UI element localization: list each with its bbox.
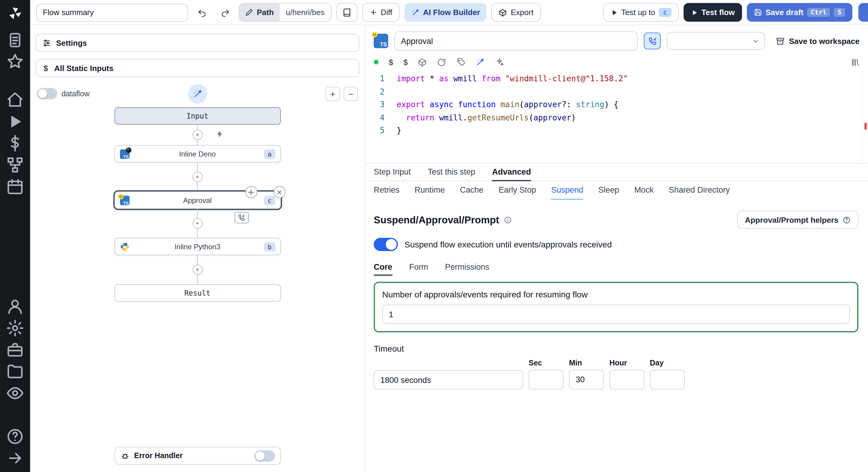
package-button[interactable] [418, 58, 427, 67]
tab-core[interactable]: Core [374, 259, 393, 276]
user-icon[interactable] [5, 297, 25, 315]
flow-summary-input[interactable] [36, 3, 188, 21]
ruler-tick [864, 123, 867, 129]
ai-flow-builder-button[interactable]: AI Flow Builder [404, 3, 487, 22]
timeout-hour-input[interactable] [610, 370, 644, 390]
diff-button[interactable]: Diff [362, 3, 400, 22]
approval-prompt-helpers-button[interactable]: Approval/Prompt helpers [737, 211, 858, 229]
left-nav-rail [0, 0, 30, 472]
node-inline-deno[interactable]: Inline Deno a [114, 145, 281, 163]
typescript-icon [120, 149, 129, 159]
clipboard-icon[interactable] [5, 31, 25, 49]
approvals-required-label: Number of approvals/events required for … [382, 290, 850, 299]
calendar-icon[interactable] [5, 178, 25, 196]
tag-button[interactable] [457, 58, 466, 67]
flow-settings-button[interactable]: Settings [36, 34, 359, 52]
tab-form[interactable]: Form [409, 259, 428, 276]
add-step-button[interactable]: + [192, 172, 203, 182]
sliders-icon [42, 38, 51, 47]
eye-icon[interactable] [5, 384, 25, 402]
timeout-sec-input[interactable] [529, 370, 564, 390]
reset-button[interactable] [437, 58, 446, 67]
node-input[interactable]: Input [114, 107, 281, 125]
star-icon[interactable] [5, 53, 25, 70]
test-up-to-label: Test up to [621, 8, 655, 17]
lightning-icon[interactable] [216, 130, 224, 140]
wand-icon [193, 89, 202, 99]
error-handler-toggle[interactable] [254, 450, 275, 462]
node-inline-python3[interactable]: Inline Python3 b [114, 238, 281, 255]
timeout-day-input[interactable] [650, 370, 685, 390]
suspend-indicator-button[interactable] [644, 33, 661, 49]
workspace-script-select[interactable] [667, 32, 765, 50]
error-handler-row[interactable]: Error Handler [114, 447, 281, 465]
help-icon[interactable] [5, 428, 25, 445]
windmill-logo-icon[interactable] [8, 6, 22, 22]
zoom-out-button[interactable]: − [344, 87, 358, 101]
tab-step-input[interactable]: Step Input [374, 164, 411, 180]
docs-button[interactable] [336, 3, 357, 22]
minimap-icon[interactable] [850, 58, 860, 67]
tab-suspend[interactable]: Suspend [551, 181, 584, 200]
timeout-seconds-input[interactable] [374, 370, 523, 390]
error-handler-label: Error Handler [134, 451, 249, 460]
step-name-input[interactable] [394, 31, 638, 50]
move-step-button[interactable] [245, 186, 257, 198]
emoji-badge-icon [117, 193, 124, 200]
dataflow-toggle[interactable] [37, 88, 57, 99]
test-flow-button[interactable]: Test flow [683, 3, 742, 22]
flow-node-column: Input + Inline Deno a [36, 107, 359, 302]
timeout-col-label: Hour [610, 359, 644, 367]
tab-runtime[interactable]: Runtime [415, 181, 445, 200]
add-step-button[interactable]: + [192, 130, 203, 140]
suspend-toggle[interactable] [374, 238, 398, 251]
save-to-workspace-button[interactable]: Save to workspace [776, 36, 860, 45]
code-editor[interactable]: 12345 import * as wmill from "windmill-c… [365, 70, 868, 164]
dataflow-toggle-row[interactable]: dataflow [37, 88, 90, 99]
gear-icon[interactable] [5, 319, 25, 337]
add-step-button[interactable]: + [192, 218, 203, 229]
test-up-to-button[interactable]: Test up to c [603, 3, 678, 22]
tab-cache[interactable]: Cache [460, 181, 484, 200]
home-icon[interactable] [5, 91, 25, 109]
tab-advanced[interactable]: Advanced [492, 164, 531, 181]
static-inputs-button[interactable]: $ All Static Inputs [36, 59, 359, 77]
archive-box-icon [776, 36, 785, 45]
dollar-icon[interactable] [5, 134, 25, 152]
export-button[interactable]: Export [492, 3, 541, 22]
tab-early-stop[interactable]: Early Stop [498, 181, 536, 200]
tab-test-this-step[interactable]: Test this step [428, 164, 475, 180]
node-result[interactable]: Result [114, 284, 281, 302]
tab-sleep[interactable]: Sleep [598, 181, 619, 200]
flow-icon[interactable] [5, 156, 25, 174]
sparkles-button[interactable] [495, 58, 504, 67]
toolbox-icon[interactable] [5, 341, 25, 359]
save-draft-button[interactable]: Save draft Ctrl S [747, 3, 852, 22]
tab-retries[interactable]: Retries [374, 181, 400, 200]
info-icon[interactable] [504, 216, 512, 224]
approvals-required-input[interactable] [382, 305, 850, 324]
redo-button[interactable] [216, 4, 234, 21]
tab-permissions[interactable]: Permissions [445, 259, 490, 276]
flow-settings-label: Settings [56, 38, 87, 47]
test-up-to-step-badge: c [659, 8, 671, 17]
resources-button[interactable]: $ [403, 58, 407, 67]
folder-icon[interactable] [5, 363, 25, 380]
zoom-in-button[interactable]: + [326, 87, 340, 101]
path-button[interactable]: Path [239, 4, 280, 21]
add-step-button[interactable]: + [192, 265, 203, 275]
path-control[interactable]: Path u/henri/bes [239, 3, 331, 22]
timeout-min-input[interactable] [569, 370, 604, 390]
ai-assist-button[interactable] [476, 58, 485, 67]
delete-step-button[interactable] [273, 186, 285, 198]
undo-button[interactable] [193, 4, 211, 21]
ai-wand-button[interactable] [188, 84, 207, 104]
code-line: export async function main(approver?: st… [397, 98, 868, 111]
tab-mock[interactable]: Mock [634, 181, 654, 200]
deploy-button-partial[interactable] [858, 3, 868, 22]
node-approval[interactable]: Approval c [114, 192, 281, 209]
arrow-right-icon[interactable] [5, 449, 25, 467]
tab-shared-directory[interactable]: Shared Directory [669, 181, 730, 200]
variables-button[interactable]: $ [389, 58, 393, 67]
play-icon[interactable] [5, 112, 25, 131]
